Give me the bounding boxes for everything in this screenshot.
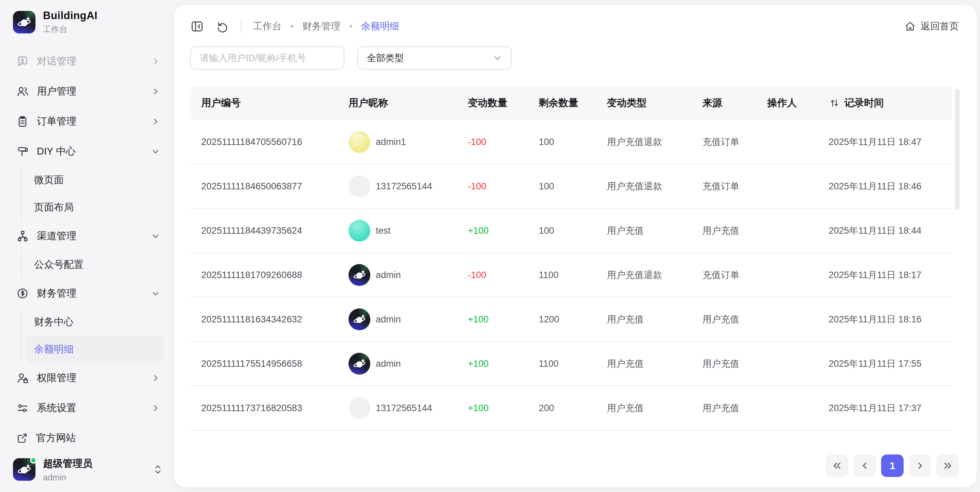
cell-source: 用户充值 [702, 358, 767, 370]
pagination: 1 [826, 454, 959, 477]
cell-change: -100 [468, 270, 539, 280]
cell-record-time: 2025年11月11日 18:44 [829, 225, 952, 237]
type-select[interactable]: 全部类型 [357, 46, 511, 70]
finance-submenu: 财务中心 余额明细 [21, 308, 166, 363]
nickname-text: admin [376, 270, 401, 280]
brand: BuildingAI 工作台 [10, 8, 166, 35]
sub-item-label: 财务中心 [34, 315, 74, 329]
cell-record-time: 2025年11月11日 17:55 [829, 358, 952, 370]
col-balance: 剩余数量 [539, 96, 607, 110]
filter-bar: 全部类型 [190, 46, 959, 70]
sidebar-item-user-management[interactable]: 用户管理 [10, 77, 166, 107]
refresh-icon[interactable] [215, 19, 229, 33]
sidebar-item-label: 订单管理 [37, 115, 76, 128]
sidebar-item-official-account-config[interactable]: 公众号配置 [26, 251, 164, 278]
user-avatar [13, 458, 35, 481]
table-row: 20251111175514956658 admin +100 1100 用户充… [190, 342, 952, 386]
cell-change: +100 [468, 359, 539, 369]
last-page-button[interactable] [936, 454, 959, 477]
app-root: BuildingAI 工作台 对话管理 用户管理 订单管理 [0, 0, 980, 492]
nickname-text: admin [376, 359, 401, 369]
users-icon [16, 85, 29, 97]
prev-page-button[interactable] [853, 454, 876, 477]
sidebar-item-label: 系统设置 [37, 401, 76, 415]
sidebar-item-page-layout[interactable]: 页面布局 [26, 194, 164, 221]
sidebar-collapse-icon[interactable] [190, 19, 204, 33]
sidebar-item-diy-center[interactable]: DIY 中心 [10, 136, 166, 166]
dollar-circle-icon [16, 287, 29, 300]
cell-change: +100 [468, 225, 539, 236]
search-input[interactable] [190, 46, 344, 70]
sidebar-nav: 对话管理 用户管理 订单管理 DIY 中心 微页面 页面布局 [10, 46, 166, 423]
planet-icon [352, 356, 367, 371]
chevron-down-icon [151, 231, 160, 241]
sidebar-item-permission-management[interactable]: 权限管理 [10, 363, 166, 393]
sliders-icon [16, 402, 29, 414]
cell-record-time: 2025年11月11日 17:37 [829, 402, 952, 414]
sidebar-item-label: 权限管理 [37, 371, 76, 385]
sub-item-label: 公众号配置 [34, 258, 84, 272]
channel-submenu: 公众号配置 [21, 251, 166, 278]
nickname-text: test [376, 225, 391, 236]
sidebar-item-finance-management[interactable]: 财务管理 [10, 278, 166, 308]
cell-balance: 100 [539, 137, 607, 147]
cell-change-type: 用户充值 [607, 313, 702, 326]
cell-record-time: 2025年11月11日 18:16 [829, 313, 952, 326]
brand-text: BuildingAI 工作台 [43, 10, 97, 35]
cell-user-id: 20251111184705560716 [201, 137, 348, 147]
sidebar-item-label: DIY 中心 [37, 145, 76, 158]
cell-nickname: admin [348, 308, 468, 330]
chevron-down-icon [492, 53, 503, 63]
table-row: 20251111181709260688 admin -100 1100 用户充… [190, 253, 952, 297]
external-link-icon [16, 432, 28, 444]
col-change-type: 变动类型 [607, 96, 702, 110]
table-row: 20251111184705560716 admin1 -100 100 用户充… [190, 120, 952, 165]
back-home-button[interactable]: 返回首页 [904, 20, 959, 33]
sidebar-item-channel-management[interactable]: 渠道管理 [10, 221, 166, 251]
chevron-right-icon [151, 57, 160, 66]
cell-balance: 1100 [539, 270, 607, 280]
row-avatar [348, 131, 370, 153]
col-record-time-sortable[interactable]: 记录时间 [829, 96, 952, 110]
breadcrumb-finance[interactable]: 财务管理 [302, 20, 340, 33]
user-menu[interactable]: 超级管理员 admin [10, 453, 166, 486]
nickname-text: 13172565144 [376, 181, 432, 192]
diy-submenu: 微页面 页面布局 [21, 166, 166, 221]
cell-source: 用户充值 [702, 313, 767, 326]
cell-balance: 100 [539, 225, 607, 236]
planet-icon [16, 462, 32, 477]
cell-change-type: 用户充值退款 [607, 136, 702, 148]
sidebar-item-label: 官方网站 [36, 431, 76, 445]
table-scrollbar-thumb[interactable] [955, 89, 959, 209]
cell-balance: 200 [539, 403, 607, 414]
breadcrumb-workbench[interactable]: 工作台 [253, 20, 282, 33]
cell-user-id: 20251111181709260688 [201, 270, 348, 280]
col-change: 变动数量 [468, 96, 539, 110]
cell-balance: 1200 [539, 314, 607, 325]
col-source: 来源 [702, 96, 767, 110]
sidebar-item-order-management[interactable]: 订单管理 [10, 107, 166, 136]
app-subtitle: 工作台 [43, 24, 97, 35]
topbar-divider [241, 20, 242, 33]
cell-change-type: 用户充值退款 [607, 269, 702, 281]
sidebar-item-balance-details[interactable]: 余额明细 [26, 336, 164, 363]
sidebar-item-finance-center[interactable]: 财务中心 [26, 308, 164, 336]
breadcrumb: 工作台 • 财务管理 • 余额明细 [253, 20, 399, 33]
col-user-id: 用户编号 [201, 96, 348, 110]
paint-roller-icon [16, 145, 29, 158]
planet-icon [352, 268, 367, 282]
sidebar-item-chat-management[interactable]: 对话管理 [10, 46, 166, 77]
sub-item-label: 微页面 [34, 173, 64, 187]
topbar: 工作台 • 财务管理 • 余额明细 返回首页 [190, 14, 959, 38]
first-page-button[interactable] [826, 454, 848, 477]
sidebar-item-official-website[interactable]: 官方网站 [10, 423, 166, 453]
cell-nickname: 13172565144 [348, 176, 468, 197]
double-chevron-right-icon [942, 461, 953, 471]
next-page-button[interactable] [909, 454, 931, 477]
cell-user-id: 20251111173716820583 [201, 403, 348, 414]
cell-record-time: 2025年11月11日 18:17 [829, 269, 952, 281]
cell-user-id: 20251111184439735624 [201, 225, 348, 236]
sidebar-item-micro-page[interactable]: 微页面 [26, 166, 164, 194]
page-button-1[interactable]: 1 [881, 454, 904, 477]
sidebar-item-system-settings[interactable]: 系统设置 [10, 393, 166, 423]
